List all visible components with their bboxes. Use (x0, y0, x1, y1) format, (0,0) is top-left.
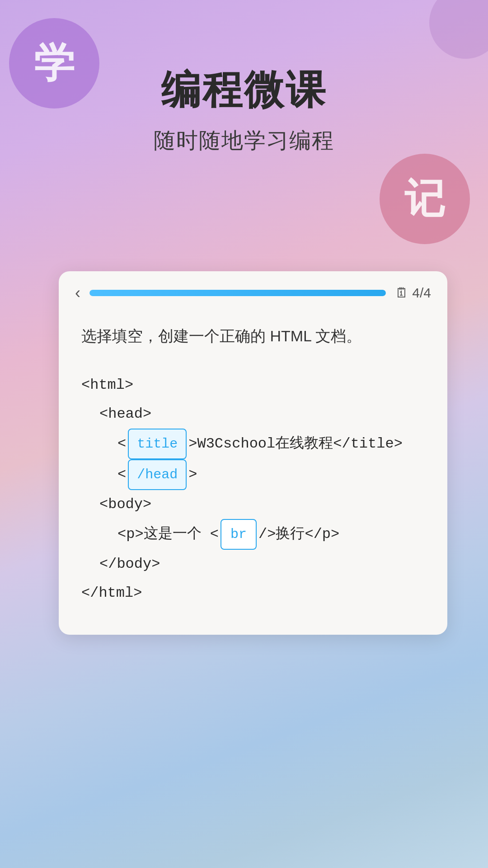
code-line-2: <head> (81, 400, 425, 429)
question-text: 选择填空，创建一个正确的 HTML 文档。 (81, 324, 425, 348)
code-line-6: <p>这是一个 < br />换行</p> (81, 519, 425, 550)
header-area: 编程微课 随时随地学习编程 (0, 63, 488, 155)
code-text: <p>这是一个 < (117, 520, 219, 549)
code-line-3: < title >W3Cschool在线教程</title> (81, 429, 425, 459)
page-count: 🗓 4/4 (395, 285, 431, 301)
blank-head-chip[interactable]: /head (128, 459, 187, 490)
code-line-7: </body> (81, 550, 425, 579)
code-text: <head> (99, 400, 151, 429)
code-text: >W3Cschool在线教程</title> (188, 429, 403, 458)
calendar-icon: 🗓 (395, 285, 408, 301)
code-text: <html> (81, 371, 133, 400)
blank-title-chip[interactable]: title (128, 429, 187, 459)
code-text: <body> (99, 490, 151, 519)
progress-bar-fill (89, 290, 386, 296)
circle-ji-decoration: 记 (380, 154, 470, 244)
code-text: </html> (81, 579, 142, 608)
back-button[interactable]: ‹ (75, 285, 80, 301)
sub-title: 随时随地学习编程 (0, 126, 488, 155)
code-text: > (188, 460, 197, 489)
code-line-8: </html> (81, 579, 425, 608)
main-title: 编程微课 (0, 63, 488, 117)
quiz-card: ‹ 🗓 4/4 选择填空，创建一个正确的 HTML 文档。 <html> <he… (59, 271, 447, 635)
code-text: < (117, 460, 126, 489)
blank-br-chip[interactable]: br (221, 519, 257, 550)
code-text: < (117, 429, 126, 458)
card-content: 选择填空，创建一个正确的 HTML 文档。 <html> <head> < ti… (59, 310, 447, 608)
code-line-5: <body> (81, 490, 425, 519)
card-header: ‹ 🗓 4/4 (59, 271, 447, 310)
code-area: <html> <head> < title >W3Cschool在线教程</ti… (81, 371, 425, 608)
progress-bar-container (89, 290, 386, 296)
code-line-4: < /head > (81, 459, 425, 490)
code-line-1: <html> (81, 371, 425, 400)
code-text: </body> (99, 550, 160, 579)
code-text: />换行</p> (258, 520, 339, 549)
